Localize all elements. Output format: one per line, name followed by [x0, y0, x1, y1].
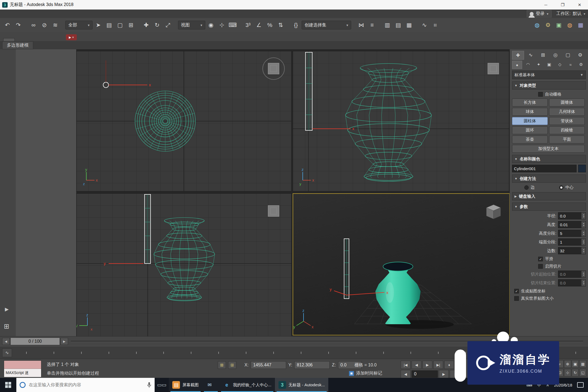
undo-icon[interactable]: ↶ [2, 19, 13, 31]
spinner-icon[interactable]: ▴▾ [581, 247, 586, 254]
spinner-icon[interactable]: ▴▾ [581, 271, 586, 277]
polygon-modeling-panel-tab[interactable]: 多边形建模 [2, 41, 33, 49]
taskbar-app-screenshot[interactable]: ▤ 屏幕截图 [169, 378, 202, 392]
timeline-tick[interactable] [163, 352, 164, 354]
rectangular-selection-region-icon[interactable]: ▢ [115, 19, 125, 31]
menu-file[interactable] [0, 10, 7, 18]
timeline-tick[interactable] [81, 352, 82, 354]
cameras-category-icon[interactable]: ▣ [544, 61, 554, 68]
next-frame-arrow[interactable]: ▶ [60, 338, 68, 345]
viewport-perspective[interactable]: yxzxy [293, 193, 510, 335]
timeline-tick[interactable] [411, 352, 411, 354]
menu-rendering[interactable] [64, 10, 71, 18]
slice-to-field[interactable]: 切片结束位置: 0.0▴▾ [512, 279, 586, 286]
select-by-name-icon[interactable]: ▤ [104, 19, 114, 31]
pan-icon[interactable]: ⊹ [564, 369, 571, 376]
sides-field[interactable]: 边数: 32▴▾ [512, 247, 586, 254]
current-frame-field[interactable]: 0 [412, 370, 438, 378]
timeline-tick[interactable] [273, 352, 274, 354]
reference-coordinate-dropdown[interactable]: 视图 [178, 21, 205, 29]
expand-tray-icon[interactable]: ▶ [5, 306, 9, 312]
align-icon[interactable]: ≡ [367, 19, 377, 31]
curve-editor-icon[interactable]: ∿ [419, 19, 430, 31]
pyramid-button[interactable]: 四棱锥 [549, 126, 585, 134]
spinner-icon[interactable]: ▴▾ [581, 221, 586, 228]
time-slider-handle[interactable]: 0 / 100 [10, 338, 60, 345]
menu-animation[interactable] [50, 10, 57, 18]
tube-button[interactable]: 管状体 [549, 117, 585, 125]
task-view-icon[interactable]: ▭▭ [155, 378, 169, 392]
named-selection-sets-dropdown[interactable]: 创建选择集 [302, 21, 351, 29]
rollout-header-object-type[interactable]: ▼ 对象类型 [512, 81, 586, 90]
ribbon-tab-modeling[interactable] [3, 38, 15, 41]
viewport-top[interactable]: xxyz [76, 51, 292, 191]
hierarchy-tab-icon[interactable]: ⊞ [537, 51, 549, 59]
edit-named-selection-sets-icon[interactable]: {} [291, 19, 301, 31]
material-editor-icon[interactable]: ◍ [532, 19, 542, 31]
rollout-header-keyboard-entry[interactable]: ▶ 键盘输入 [512, 192, 586, 200]
frame-forward-button[interactable]: ▶ [439, 370, 449, 378]
rollout-header-creation-method[interactable]: ▼ 创建方法 [512, 174, 586, 183]
schematic-view-icon[interactable]: ⌗ [430, 19, 440, 31]
radius-field[interactable]: 半径: 0.0▴▾ [512, 212, 586, 219]
menu-tools[interactable] [14, 10, 21, 18]
taskbar-app-mail[interactable]: ✉ [202, 378, 219, 392]
geometry-category-icon[interactable]: ● [512, 61, 522, 69]
taskbar-app-edge[interactable]: e 我的经验_个人中心... [219, 378, 275, 392]
menu-content[interactable] [92, 10, 99, 18]
rollout-header-name-color[interactable]: ▼ 名称和颜色 [512, 155, 586, 163]
systems-category-icon[interactable]: ⚙ [576, 61, 586, 68]
maxscript-listener-pane[interactable]: MAXScript 迷 [4, 369, 41, 377]
object-name-field[interactable]: Cylinder001 [512, 165, 577, 172]
timeline-tick[interactable] [109, 352, 109, 354]
start-button[interactable] [0, 378, 16, 392]
motion-tab-icon[interactable]: ◎ [550, 51, 561, 59]
menu-graph-editors[interactable] [57, 10, 64, 18]
shapes-category-icon[interactable]: ◠ [523, 61, 533, 68]
object-color-swatch[interactable] [578, 165, 586, 172]
maxscript-mini-listener[interactable]: MAXScript 迷 [4, 360, 41, 377]
add-time-tag[interactable]: ▣ 添加时间标记 [349, 370, 382, 376]
geosphere-button[interactable]: 几何球体 [549, 108, 585, 116]
sign-in-dropdown[interactable]: 登录 ▾ [527, 10, 551, 17]
toggle-scene-explorer-icon[interactable]: ▥ [382, 19, 393, 31]
helpers-category-icon[interactable]: ◇ [555, 61, 565, 68]
menu-help[interactable] [106, 10, 113, 18]
menu-edit[interactable] [7, 10, 14, 18]
select-and-scale-icon[interactable]: ⤢ [163, 19, 173, 31]
mini-curve-editor-icon[interactable]: ∿ [2, 348, 12, 357]
play-button[interactable]: ▶ [422, 361, 432, 369]
space-warps-category-icon[interactable]: ≈ [566, 61, 575, 68]
cylinder-button[interactable]: 圆柱体 [512, 117, 548, 125]
y-coordinate-field[interactable]: 812.306 [294, 361, 330, 369]
keyboard-override-icon[interactable]: ⌨ [228, 19, 238, 31]
key-mode-button[interactable]: ♦ [444, 361, 454, 369]
window-crossing-icon[interactable]: ⊞ [126, 19, 136, 31]
enable-slice-checkbox[interactable]: 启用切片 [538, 264, 586, 269]
ribbon-tab-freeform[interactable] [15, 38, 26, 41]
workspace-dropdown[interactable]: 工作区: 默认 ▾ [556, 11, 585, 17]
spinner-snap-icon[interactable]: ⇅ [275, 19, 286, 31]
select-and-link-icon[interactable]: ∞ [28, 19, 39, 31]
render-production-icon[interactable]: ◍ [565, 19, 575, 31]
menu-views[interactable] [28, 10, 35, 18]
cone-button[interactable]: 圆锥体 [549, 99, 585, 106]
lights-category-icon[interactable]: ✦ [534, 61, 543, 68]
sphere-button[interactable]: 球体 [512, 108, 548, 116]
selection-lock-icon[interactable]: ⊠ [218, 361, 226, 369]
utilities-tab-icon[interactable]: ⚙ [575, 51, 586, 59]
toggle-layer-explorer-icon[interactable]: ▤ [393, 19, 403, 31]
render-setup-icon[interactable]: ⚙ [543, 19, 553, 31]
toggle-ribbon-icon[interactable]: ▦ [404, 19, 414, 31]
viewport-canvas-left[interactable]: yyzx [76, 194, 291, 336]
absolute-offset-toggle-icon[interactable]: ⊞ [228, 361, 236, 369]
menu-arnold[interactable] [99, 10, 106, 18]
smooth-checkbox[interactable]: 平滑 [538, 256, 586, 262]
text-plus-button[interactable]: 加强型文本 [512, 145, 585, 153]
go-to-end-button[interactable]: ▶| [433, 361, 443, 369]
box-button[interactable]: 长方体 [512, 99, 548, 106]
snap-toggle-3d-icon[interactable]: 3³ [243, 19, 253, 31]
taskbar-search[interactable] [16, 378, 155, 392]
center-radio[interactable]: 中心 [559, 185, 574, 190]
taskbar-app-3dsmax[interactable]: 3 无标题 - Autodesk... [275, 378, 328, 392]
